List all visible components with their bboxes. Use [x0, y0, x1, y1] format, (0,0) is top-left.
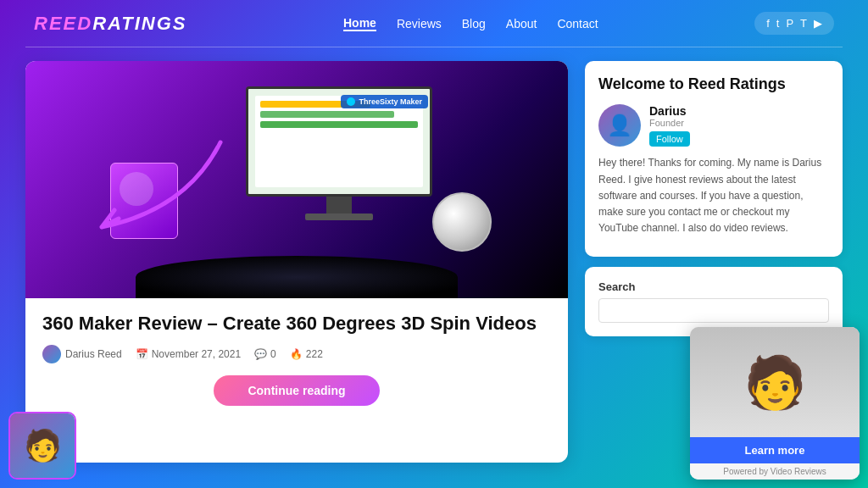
monitor-base — [305, 214, 373, 220]
twitter-icon[interactable]: t — [776, 17, 780, 30]
welcome-card: Welcome to Reed Ratings Darius Founder F… — [585, 61, 843, 257]
article-body: 360 Maker Review – Create 360 Degrees 3D… — [25, 298, 568, 416]
sidebar-author-avatar — [598, 104, 641, 147]
nav-about[interactable]: About — [506, 17, 537, 30]
powered-by-label: Powered by Video Reviews — [690, 463, 860, 480]
like-icon: 🔥 — [290, 348, 303, 360]
nav-reviews[interactable]: Reviews — [397, 17, 442, 30]
avatar-popup[interactable]: 🧑 — [8, 412, 76, 480]
threesixty-text: ThreeSixty Maker — [359, 97, 422, 106]
like-count: 222 — [306, 348, 323, 360]
sidebar-description: Hey there! Thanks for coming. My name is… — [598, 155, 829, 236]
article-card: ThreeSixty Maker 360 Maker Review – Crea… — [25, 61, 568, 463]
search-label: Search — [598, 280, 829, 293]
continue-reading-button[interactable]: Continue reading — [214, 375, 379, 406]
follow-button[interactable]: Follow — [649, 131, 690, 147]
avatar-popup-image: 🧑 — [10, 413, 75, 478]
meta-date: 📅 November 27, 2021 — [136, 348, 241, 360]
monitor-stand — [326, 197, 352, 214]
header: ReedRatings Home Reviews Blog About Cont… — [0, 0, 868, 47]
video-face — [690, 327, 860, 437]
article-date: November 27, 2021 — [152, 348, 241, 360]
social-icons-bar: f t P T ▶ — [754, 12, 834, 35]
pinterest-icon[interactable]: P — [786, 17, 793, 30]
video-thumbnail — [690, 327, 860, 437]
facebook-icon[interactable]: f — [766, 17, 770, 30]
product-box — [110, 163, 203, 264]
author-avatar-small — [42, 345, 61, 363]
article-image: ThreeSixty Maker — [25, 61, 568, 298]
article-title: 360 Maker Review – Create 360 Degrees 3D… — [42, 312, 551, 336]
threesixty-dot — [347, 97, 355, 106]
site-logo[interactable]: ReedRatings — [34, 13, 187, 35]
meta-likes: 🔥 222 — [290, 348, 323, 360]
author-name: Darius Reed — [65, 348, 122, 360]
threesixty-label: ThreeSixty Maker — [341, 95, 428, 108]
box-face — [110, 163, 178, 239]
tumblr-icon[interactable]: T — [800, 17, 807, 30]
camera-sphere — [432, 192, 492, 252]
sidebar-author-info: Darius Founder Follow — [598, 104, 829, 147]
author-name-role: Darius Founder Follow — [649, 104, 690, 147]
search-input[interactable] — [598, 298, 829, 323]
nav-blog[interactable]: Blog — [462, 17, 486, 30]
sidebar-author-role: Founder — [649, 118, 690, 128]
main-nav: Home Reviews Blog About Contact — [343, 16, 598, 31]
meta-comments: 💬 0 — [254, 348, 276, 360]
nav-contact[interactable]: Contact — [557, 17, 598, 30]
screen-bar-2 — [260, 111, 394, 118]
screen-bar-3 — [260, 121, 418, 128]
youtube-icon[interactable]: ▶ — [814, 17, 822, 30]
screen-content — [255, 96, 423, 187]
article-meta: Darius Reed 📅 November 27, 2021 💬 0 🔥 22… — [42, 345, 551, 363]
comment-count: 0 — [270, 348, 276, 360]
comment-icon: 💬 — [254, 348, 267, 360]
calendar-icon: 📅 — [136, 348, 148, 360]
sidebar-welcome-title: Welcome to Reed Ratings — [598, 75, 829, 94]
nav-home[interactable]: Home — [343, 16, 376, 31]
learn-more-button[interactable]: Learn more — [690, 437, 860, 463]
sidebar-author-name: Darius — [649, 104, 690, 118]
video-popup: Learn more Powered by Video Reviews — [690, 327, 860, 480]
meta-author: Darius Reed — [42, 345, 122, 363]
